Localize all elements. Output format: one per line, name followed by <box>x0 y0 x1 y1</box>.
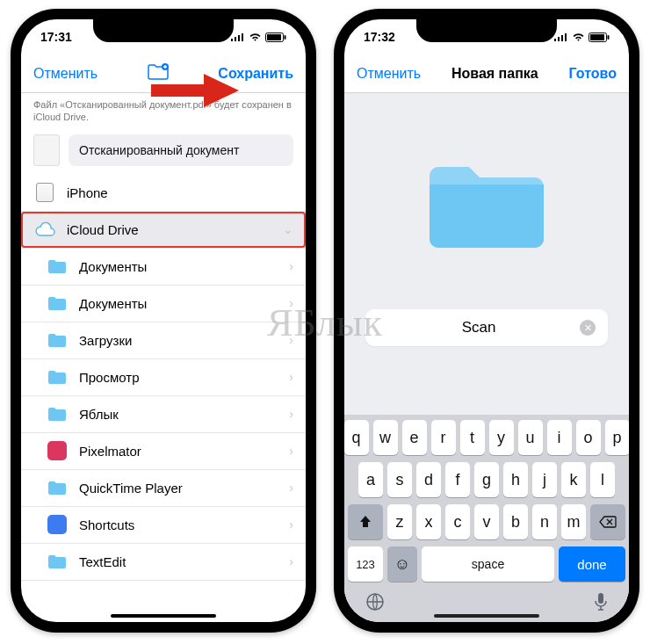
key-z[interactable]: z <box>387 504 412 539</box>
svg-rect-0 <box>231 39 233 41</box>
chevron-right-icon: › <box>289 259 293 273</box>
svg-rect-3 <box>242 33 243 41</box>
key-i[interactable]: i <box>547 420 572 455</box>
chevron-right-icon: › <box>289 333 293 347</box>
key-u[interactable]: u <box>518 420 543 455</box>
chevron-down-icon: ⌄ <box>283 222 293 236</box>
chevron-right-icon: › <box>289 370 293 384</box>
chevron-right-icon: › <box>289 444 293 458</box>
folder-icon <box>47 331 68 349</box>
svg-rect-12 <box>565 33 567 41</box>
document-name-chip[interactable]: Отсканированный документ <box>69 134 293 166</box>
home-indicator <box>111 614 216 618</box>
svg-rect-10 <box>558 37 560 41</box>
folder-row[interactable]: Shortcuts › <box>21 507 306 544</box>
key-x[interactable]: x <box>416 504 441 539</box>
key-b[interactable]: b <box>503 504 528 539</box>
svg-rect-5 <box>267 34 281 40</box>
location-label: iCloud Drive <box>67 222 283 237</box>
key-p[interactable]: p <box>605 420 630 455</box>
folder-label: Документы <box>79 296 289 311</box>
folder-label: Яблык <box>79 407 289 422</box>
key-space[interactable]: space <box>422 546 554 582</box>
key-backspace[interactable] <box>590 504 625 539</box>
key-v[interactable]: v <box>474 504 499 539</box>
new-folder-icon[interactable] <box>147 63 170 84</box>
key-r[interactable]: r <box>431 420 456 455</box>
key-h[interactable]: h <box>503 462 528 497</box>
cellular-icon <box>231 33 245 41</box>
locations-list: iPhone iCloud Drive ⌄ Документы › Докуме… <box>21 175 306 581</box>
key-numbers[interactable]: 123 <box>348 546 383 582</box>
cloud-icon <box>33 218 56 241</box>
key-o[interactable]: o <box>576 420 601 455</box>
folder-label: Загрузки <box>79 333 289 348</box>
key-g[interactable]: g <box>474 462 499 497</box>
document-thumbnail <box>33 134 60 166</box>
nav-title: Новая папка <box>451 66 538 82</box>
iphone-left: 17:31 Отменить <box>11 9 316 633</box>
key-k[interactable]: k <box>561 462 586 497</box>
status-time: 17:31 <box>40 30 72 44</box>
folder-row[interactable]: Яблык › <box>21 396 306 433</box>
svg-rect-11 <box>561 35 563 41</box>
cancel-button[interactable]: Отменить <box>33 66 98 82</box>
key-shift[interactable] <box>348 504 383 539</box>
battery-icon <box>265 33 286 42</box>
iphone-right: 17:32 Отменить Новая папка Готово <box>334 9 639 633</box>
folder-name-input[interactable] <box>378 319 580 336</box>
key-e[interactable]: e <box>402 420 427 455</box>
key-q[interactable]: q <box>344 420 369 455</box>
key-s[interactable]: s <box>387 462 412 497</box>
key-w[interactable]: w <box>373 420 398 455</box>
key-a[interactable]: a <box>358 462 383 497</box>
folder-label: QuickTime Player <box>79 481 289 496</box>
folder-row[interactable]: Просмотр › <box>21 359 306 396</box>
key-done[interactable]: done <box>559 546 625 582</box>
nav-bar: Отменить Новая папка Готово <box>344 54 629 93</box>
folder-row[interactable]: Pixelmator › <box>21 433 306 470</box>
folder-label: Просмотр <box>79 370 289 385</box>
folder-icon <box>47 553 68 570</box>
clear-icon[interactable]: ✕ <box>580 320 596 336</box>
folder-row[interactable]: QuickTime Player › <box>21 470 306 507</box>
folder-name-field[interactable]: ✕ <box>365 309 608 346</box>
svg-rect-2 <box>238 35 240 41</box>
key-y[interactable]: y <box>489 420 514 455</box>
notch <box>416 19 557 42</box>
done-button[interactable]: Готово <box>569 66 617 82</box>
folder-large-icon <box>421 151 552 260</box>
save-button[interactable]: Сохранить <box>218 66 293 82</box>
cancel-button[interactable]: Отменить <box>357 66 421 82</box>
folder-row[interactable]: Загрузки › <box>21 322 306 359</box>
key-d[interactable]: d <box>416 462 441 497</box>
battery-icon <box>589 33 610 42</box>
key-emoji[interactable]: ☺ <box>387 546 417 582</box>
status-time: 17:32 <box>364 30 395 44</box>
key-m[interactable]: m <box>561 504 586 539</box>
folder-row[interactable]: TextEdit › <box>21 544 306 581</box>
location-icloud-drive[interactable]: iCloud Drive ⌄ <box>21 212 306 249</box>
key-j[interactable]: j <box>532 462 557 497</box>
key-l[interactable]: l <box>590 462 615 497</box>
svg-rect-14 <box>590 34 604 40</box>
folder-row[interactable]: Документы › <box>21 249 306 286</box>
globe-icon[interactable] <box>365 592 385 615</box>
key-t[interactable]: t <box>460 420 485 455</box>
folder-icon <box>47 368 68 386</box>
key-c[interactable]: c <box>445 504 470 539</box>
wifi-icon <box>249 33 262 42</box>
folder-icon <box>47 479 68 496</box>
mic-icon[interactable] <box>594 592 608 615</box>
location-iphone[interactable]: iPhone <box>21 175 306 212</box>
folder-row[interactable]: Документы › <box>21 286 306 322</box>
svg-rect-1 <box>235 37 236 41</box>
svg-rect-15 <box>608 35 610 40</box>
app-icon <box>47 515 67 534</box>
document-preview-row: Отсканированный документ <box>21 131 306 175</box>
chevron-right-icon: › <box>289 517 293 532</box>
svg-rect-6 <box>285 35 286 40</box>
key-n[interactable]: n <box>532 504 557 539</box>
chevron-right-icon: › <box>289 407 293 421</box>
key-f[interactable]: f <box>445 462 470 497</box>
